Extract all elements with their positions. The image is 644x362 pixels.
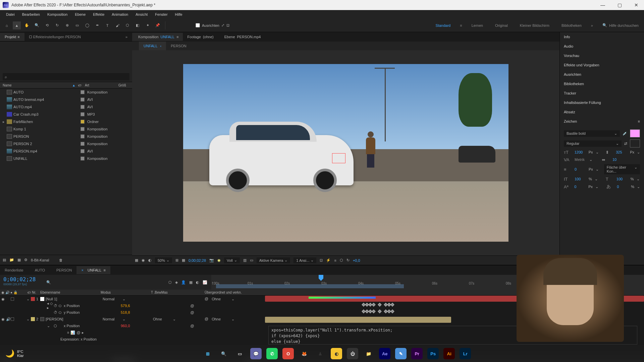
keyframe-cluster-y[interactable] [362, 310, 394, 313]
project-search[interactable]: ⌕ [3, 73, 129, 80]
workspace-standard[interactable]: Standard [433, 22, 453, 29]
item-label-swatch[interactable] [80, 157, 85, 161]
project-item[interactable]: AUTO Komposition [0, 88, 132, 96]
panel-menu-icon[interactable]: ≡ [176, 35, 178, 39]
expression-pickwhip-icon[interactable]: @ [76, 330, 80, 335]
item-label-swatch[interactable] [80, 105, 85, 109]
expand-arrow-icon[interactable]: ⌄ [26, 297, 30, 301]
selection-tool[interactable]: ▲ [13, 21, 21, 29]
column-label-header[interactable]: 🏷 [78, 83, 85, 87]
taskbar-app[interactable]: Ps [426, 347, 440, 361]
font-style-dropdown[interactable]: Regular⌄ [564, 140, 622, 147]
taskbar-app[interactable]: 🔍 [217, 347, 231, 361]
tab-effekteinstellungen[interactable]: Effekteinstellungen PERSON » [24, 33, 132, 41]
taskbar-app[interactable]: ◐ [329, 347, 343, 361]
fill-color-swatch[interactable] [630, 129, 640, 137]
panel-zeichen-header[interactable]: Zeichen ≡ [560, 117, 644, 126]
project-item[interactable]: AUTO.mp4 AVI [0, 103, 132, 111]
project-item[interactable]: AUTO bremst.mp4 AVI [0, 96, 132, 103]
kerning-value[interactable]: Metrik [573, 157, 587, 162]
reset-icon[interactable]: ↻ [346, 258, 350, 262]
tab-renderliste[interactable]: Renderliste [0, 266, 28, 274]
item-label-swatch[interactable] [80, 112, 85, 116]
menu-datei[interactable]: Datei [3, 11, 18, 18]
pixel-aspect-icon[interactable]: ⊡ [320, 258, 323, 262]
ausrichten-checkbox[interactable] [196, 23, 200, 27]
channel-icon[interactable]: ◉ [142, 258, 145, 262]
panel-effekte-vorgaben[interactable]: Effekte und Vorgaben [560, 60, 644, 70]
swap-colors-icon[interactable]: ⇄ [624, 141, 627, 146]
frame-blend-icon[interactable]: ▦ [189, 280, 193, 285]
eraser-tool[interactable]: ◧ [133, 21, 142, 29]
layer-label-color[interactable] [31, 297, 35, 301]
audio-column-icon[interactable]: 🔊 [5, 291, 9, 294]
panel-inhaltsbasierte[interactable]: Inhaltsbasierte Füllung [560, 98, 644, 107]
new-folder-icon[interactable]: 📁 [9, 258, 14, 262]
panel-absatz[interactable]: Absatz [560, 107, 644, 117]
zoom-tool[interactable]: 🔍 [33, 21, 41, 29]
item-label-swatch[interactable] [80, 142, 85, 146]
rect-tool[interactable]: ▭ [73, 21, 81, 29]
pickwhip-icon[interactable]: @ [191, 304, 194, 308]
project-item[interactable]: UNFALL Komposition [0, 155, 132, 162]
label-column-icon[interactable]: 🏷 [28, 291, 31, 294]
timeline-icon[interactable]: ≡ [334, 258, 336, 262]
camera-dropdown[interactable]: Aktive Kamera⌄ [257, 257, 290, 263]
taskbar-app[interactable]: ▭ [233, 347, 247, 361]
menu-ansicht[interactable]: Ansicht [132, 11, 151, 18]
project-item[interactable]: Komp 1 Komposition [0, 125, 132, 133]
expression-enable-icon[interactable]: ≡ [67, 330, 69, 335]
rotate-tool[interactable]: ↻ [53, 21, 61, 29]
interpret-footage-icon[interactable]: ▤ [3, 258, 6, 262]
layer-name[interactable]: [Null 1] [46, 297, 57, 301]
color-mgmt-icon[interactable]: ◉ [217, 258, 221, 262]
column-size-header[interactable]: Größ [118, 83, 126, 87]
blend-mode-dropdown[interactable]: Normal⌄ [101, 297, 127, 302]
pickwhip-icon[interactable]: @ [205, 317, 208, 322]
menu-animation[interactable]: Animation [108, 11, 131, 18]
roto-tool[interactable]: ✦ [144, 21, 152, 29]
name-column[interactable]: Ebenenname [40, 291, 101, 294]
stamp-tool[interactable]: ⬡ [123, 21, 131, 29]
workspace-lernen[interactable]: Lernen [469, 22, 486, 29]
snapshot-icon[interactable]: 📷 [209, 258, 214, 262]
panel-vorschau[interactable]: Vorschau [560, 51, 644, 60]
property-value[interactable]: 579,6 [121, 304, 130, 308]
project-item[interactable]: PERSON.mp4 AVI [0, 147, 132, 155]
column-type-header[interactable]: Art [85, 83, 118, 87]
property-value[interactable]: 960,0 [121, 324, 130, 328]
anchor-tool[interactable]: ⊕ [63, 21, 71, 29]
taskbar-app[interactable]: Pr [410, 347, 424, 361]
project-item[interactable]: PERSON 2 Komposition [0, 140, 132, 147]
resolution-dropdown[interactable]: Voll⌄ [224, 257, 240, 263]
panel-tracker[interactable]: Tracker [560, 88, 644, 98]
expand-arrow-icon[interactable]: ⌄ [26, 317, 30, 321]
workspace-overflow-icon[interactable]: » [591, 23, 593, 27]
solo-column-icon[interactable]: ● [10, 291, 12, 294]
project-item[interactable]: PERSON Komposition [0, 133, 132, 140]
font-family-dropdown[interactable]: Bastile bold⌄ [564, 130, 620, 137]
menu-ebene[interactable]: Ebene [71, 11, 89, 18]
workspace-original[interactable]: Original [492, 22, 511, 29]
item-label-swatch[interactable] [80, 98, 85, 102]
pickwhip-icon[interactable]: @ [191, 324, 194, 328]
trkmat-dropdown[interactable]: Ohne⌄ [151, 317, 178, 322]
composition-viewer[interactable] [132, 50, 559, 255]
pickwhip-icon[interactable]: @ [191, 310, 194, 314]
taskbar-app[interactable]: ✆ [265, 347, 279, 361]
stroke-color-swatch[interactable] [630, 139, 640, 147]
draft3d-icon[interactable]: ◈ [175, 280, 178, 285]
help-search[interactable]: 🔍 Hilfe durchsuchen [600, 22, 641, 28]
motion-blur-icon[interactable]: ◐ [196, 280, 199, 285]
mask-icon[interactable]: ◐ [148, 258, 152, 262]
leading-value[interactable]: 325 [614, 149, 627, 155]
zoom-dropdown[interactable]: 50%⌄ [155, 257, 172, 263]
taskbar-app[interactable]: ⏻ [345, 347, 360, 361]
item-label-swatch[interactable] [80, 120, 85, 124]
taskbar-app[interactable]: Ae [378, 347, 392, 361]
taskbar-app[interactable]: 📁 [362, 347, 376, 361]
panel-bibliotheken[interactable]: Bibliotheken [560, 79, 644, 88]
alpha-icon[interactable]: ▦ [135, 258, 138, 262]
flowchart-icon[interactable]: ⬡ [340, 258, 343, 262]
viewer-tab-ebene[interactable]: Ebene PERSON.mp4 [218, 33, 265, 41]
